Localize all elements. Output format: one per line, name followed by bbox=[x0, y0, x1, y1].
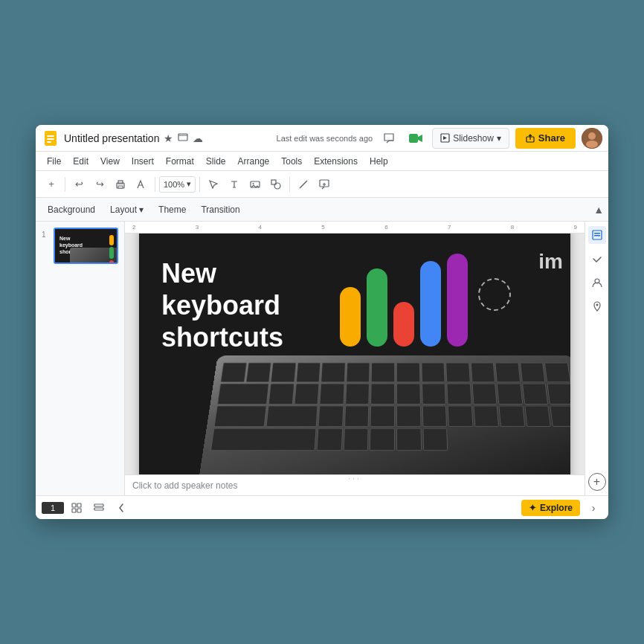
shapes-btn[interactable] bbox=[266, 175, 286, 194]
thumb-dot-green bbox=[109, 247, 114, 259]
menu-slide[interactable]: Slide bbox=[201, 155, 231, 168]
comment-button[interactable] bbox=[379, 128, 399, 149]
headline-line2: keyboard bbox=[161, 290, 280, 321]
sidebar-icon-location[interactable] bbox=[588, 297, 606, 315]
zoom-control[interactable]: 100% ▾ bbox=[159, 176, 196, 193]
laptop-keyboard bbox=[199, 355, 570, 474]
canvas-area[interactable]: New keyboard shortcuts im bbox=[125, 234, 585, 474]
key bbox=[471, 363, 496, 383]
last-edit-text: Last edit was seconds ago bbox=[277, 134, 373, 143]
key bbox=[371, 363, 395, 383]
explore-label: Explore bbox=[540, 503, 573, 513]
slide-canvas[interactable]: New keyboard shortcuts im bbox=[139, 234, 570, 474]
key bbox=[217, 384, 269, 405]
slideshow-button[interactable]: Slideshow ▾ bbox=[432, 128, 509, 149]
svg-rect-3 bbox=[47, 141, 51, 143]
key bbox=[318, 405, 344, 427]
bar-green bbox=[367, 268, 387, 347]
key bbox=[344, 428, 369, 451]
folder-icon[interactable] bbox=[178, 132, 188, 144]
bar-blue bbox=[420, 261, 441, 347]
background-btn[interactable]: Background bbox=[42, 202, 101, 217]
text-btn[interactable] bbox=[225, 175, 244, 194]
toolbar-divider-4 bbox=[289, 177, 290, 192]
redo-btn[interactable]: ↪ bbox=[90, 175, 109, 194]
slide-thumbnail-1[interactable]: Newkeyboardshortcuts bbox=[54, 228, 118, 264]
list-view-btn[interactable] bbox=[89, 498, 109, 518]
undo-btn[interactable]: ↩ bbox=[69, 175, 88, 194]
key bbox=[371, 384, 396, 405]
menu-arrange[interactable]: Arrange bbox=[233, 155, 275, 168]
theme-btn[interactable]: Theme bbox=[152, 202, 192, 217]
toolbar-divider-2 bbox=[155, 177, 155, 192]
key bbox=[396, 363, 420, 383]
layout-btn[interactable]: Layout ▾ bbox=[104, 202, 149, 217]
select-btn[interactable] bbox=[204, 175, 223, 194]
collapse-panel-btn[interactable] bbox=[112, 498, 131, 518]
svg-rect-13 bbox=[118, 186, 123, 188]
key bbox=[317, 428, 343, 451]
menu-tools[interactable]: Tools bbox=[276, 155, 307, 168]
svg-point-9 bbox=[588, 132, 596, 140]
star-icon[interactable]: ★ bbox=[164, 132, 173, 144]
slideshow-dropdown: ▾ bbox=[497, 133, 501, 144]
comment-add-btn[interactable] bbox=[315, 175, 334, 194]
spell-check-btn[interactable] bbox=[132, 175, 151, 194]
svg-rect-5 bbox=[409, 134, 418, 143]
menu-format[interactable]: Format bbox=[161, 155, 199, 168]
spacebar-key bbox=[210, 428, 317, 451]
key bbox=[296, 363, 321, 383]
sidebar-icon-slides[interactable] bbox=[588, 226, 606, 244]
key bbox=[520, 363, 546, 383]
user-avatar[interactable] bbox=[582, 128, 602, 149]
key bbox=[422, 384, 446, 405]
transition-btn[interactable]: Transition bbox=[195, 202, 245, 217]
menu-file[interactable]: File bbox=[42, 155, 66, 168]
bar-red bbox=[393, 302, 414, 347]
key bbox=[396, 428, 422, 451]
ruler-mark-2: 2 bbox=[132, 224, 135, 231]
print-btn[interactable] bbox=[111, 175, 130, 194]
menu-help[interactable]: Help bbox=[364, 155, 393, 168]
thumb-dot-yellow bbox=[109, 235, 114, 245]
slide-thumb-container-1: 1 Newkeyboardshortcuts bbox=[42, 228, 118, 264]
share-button[interactable]: Share bbox=[515, 128, 576, 149]
key bbox=[499, 405, 526, 427]
sidebar-icon-person[interactable] bbox=[588, 274, 606, 292]
key bbox=[524, 405, 551, 427]
ruler-mark-9: 9 bbox=[573, 224, 576, 231]
slide-panel: 1 Newkeyboardshortcuts bbox=[36, 222, 125, 495]
meet-button[interactable] bbox=[405, 128, 426, 149]
line-btn[interactable] bbox=[294, 175, 313, 194]
app-logo bbox=[42, 129, 59, 147]
slide-number-1: 1 bbox=[42, 228, 49, 239]
key bbox=[320, 384, 345, 405]
explore-button[interactable]: ✦ Explore bbox=[521, 500, 580, 516]
menu-view[interactable]: View bbox=[95, 155, 125, 168]
cloud-icon[interactable]: ☁ bbox=[193, 132, 203, 144]
add-btn[interactable]: + bbox=[42, 175, 61, 194]
expand-btn[interactable]: › bbox=[585, 499, 602, 517]
editor-area: 2 3 4 5 6 7 8 9 New keyboard bbox=[125, 222, 585, 495]
notes-placeholder: Click to add speaker notes bbox=[132, 480, 237, 491]
key bbox=[447, 384, 472, 405]
notes-area[interactable]: ··· Click to add speaker notes bbox=[125, 474, 585, 495]
sidebar-icon-check[interactable] bbox=[588, 250, 606, 268]
menu-extensions[interactable]: Extensions bbox=[309, 155, 363, 168]
ruler-hide-btn[interactable]: ▲ bbox=[593, 204, 604, 216]
key bbox=[344, 405, 370, 427]
grid-view-btn[interactable] bbox=[67, 498, 86, 518]
menu-insert[interactable]: Insert bbox=[126, 155, 159, 168]
zoom-level: 100% bbox=[164, 180, 184, 189]
menu-edit[interactable]: Edit bbox=[68, 155, 94, 168]
slide-bars bbox=[340, 242, 511, 347]
key bbox=[497, 384, 523, 405]
ruler-mark-7: 7 bbox=[448, 224, 451, 231]
key bbox=[448, 405, 473, 427]
key bbox=[294, 384, 319, 405]
key bbox=[422, 405, 447, 427]
slide-right-text: im bbox=[538, 250, 563, 274]
layout-label: Layout bbox=[110, 205, 137, 215]
image-btn[interactable] bbox=[245, 175, 265, 194]
sidebar-add-btn[interactable]: + bbox=[588, 473, 606, 491]
